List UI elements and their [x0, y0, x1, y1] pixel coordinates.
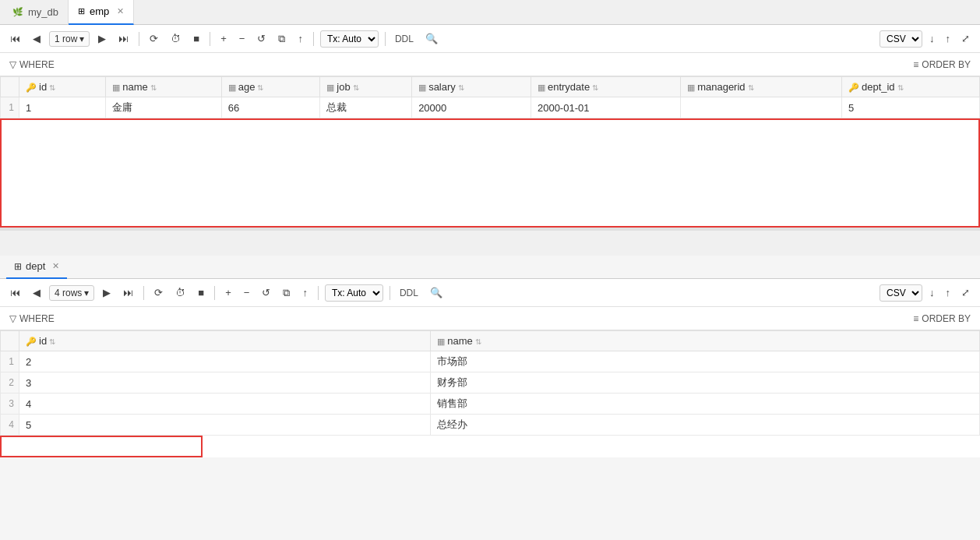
emp-cell-job[interactable]: 总裁 [320, 97, 412, 118]
nav-first-btn[interactable]: ⏮ [6, 30, 24, 47]
dept-table-row[interactable]: 2 3 财务部 [1, 372, 980, 394]
emp-cell-salary[interactable]: 20000 [412, 97, 531, 118]
emp-cell-id[interactable]: 1 [19, 97, 106, 118]
tx-select[interactable]: Tx: Auto [320, 30, 379, 48]
tab-emp[interactable]: ⊞ emp ✕ [69, 0, 134, 25]
stop-btn[interactable]: ■ [189, 30, 203, 47]
emp-row-num: 1 [1, 97, 19, 118]
dept-cell-id[interactable]: 4 [19, 394, 431, 415]
dept-order-icon: ≡ [913, 313, 918, 324]
dept-stop-btn[interactable]: ■ [194, 284, 208, 301]
nav-last-btn[interactable]: ⏭ [115, 30, 132, 47]
dept-nav-last-btn[interactable]: ⏭ [119, 284, 137, 301]
expand-btn[interactable]: ⤢ [957, 30, 974, 47]
dept-tab-close[interactable]: ✕ [52, 261, 59, 271]
nav-next-btn[interactable]: ▶ [94, 30, 110, 47]
emp-col-entrydate[interactable]: ▦entrydate⇅ [531, 77, 680, 97]
dept-table-row[interactable]: 4 5 总经办 [1, 415, 980, 436]
emp-col-age[interactable]: ▦age⇅ [221, 77, 320, 97]
dept-ddl-btn[interactable]: DDL [397, 286, 421, 300]
divider-area [0, 231, 980, 256]
dept-upload-btn[interactable]: ↑ [298, 284, 312, 301]
dept-copy-btn[interactable]: ⧉ [279, 284, 294, 302]
emp-cell-entrydate[interactable]: 2000-01-01 [531, 97, 680, 118]
emp-col-dept-id[interactable]: 🔑dept_id⇅ [841, 77, 979, 97]
dept-table: 🔑id⇅ ▦name⇅ 1 2 市场部 2 3 财务部 3 4 销售部 4 5 [0, 330, 980, 436]
dept-nav-first-btn[interactable]: ⏮ [6, 284, 24, 301]
emp-cell-age[interactable]: 66 [221, 97, 320, 118]
emp-where-section[interactable]: ▽ WHERE [9, 59, 55, 70]
undo-btn[interactable]: ↺ [253, 30, 270, 47]
emp-col-job[interactable]: ▦job⇅ [320, 77, 412, 97]
dept-col-id[interactable]: 🔑id⇅ [19, 331, 431, 351]
dept-empty-selection-area [0, 436, 203, 457]
dept-cell-name[interactable]: 市场部 [431, 351, 980, 372]
emp-table-icon: ⊞ [78, 6, 85, 16]
dept-remove-row-btn[interactable]: − [240, 284, 254, 301]
download-btn[interactable]: ↓ [925, 30, 939, 47]
export-btn[interactable]: ↑ [942, 30, 955, 47]
dept-toolbar-right: CSV ↓ ↑ ⤢ [880, 284, 974, 302]
dept-tx-select[interactable]: Tx: Auto [325, 284, 383, 302]
nav-prev-btn[interactable]: ◀ [29, 30, 44, 47]
dept-cell-name[interactable]: 财务部 [431, 372, 980, 394]
copy-btn[interactable]: ⧉ [274, 30, 289, 48]
dept-history-btn[interactable]: ⏱ [171, 284, 189, 301]
emp-order-section[interactable]: ≡ ORDER BY [913, 59, 971, 70]
dept-row-num: 2 [1, 372, 19, 394]
dept-table-row[interactable]: 1 2 市场部 [1, 351, 980, 372]
dept-search-btn[interactable]: 🔍 [426, 284, 446, 301]
dept-csv-select[interactable]: CSV [880, 284, 922, 302]
dept-sep3 [318, 286, 319, 300]
dept-refresh-btn[interactable]: ⟳ [150, 284, 167, 301]
history-btn[interactable]: ⏱ [167, 30, 185, 47]
emp-cell-dept-id[interactable]: 5 [841, 97, 979, 118]
dept-nav-prev-btn[interactable]: ◀ [29, 284, 44, 301]
emp-table-row[interactable]: 1 1 金庸 66 总裁 20000 2000-01-01 5 [1, 97, 980, 118]
emp-where-icon: ▽ [9, 59, 16, 70]
dept-add-row-btn[interactable]: + [221, 284, 235, 301]
ddl-btn[interactable]: DDL [392, 32, 417, 46]
rows-count[interactable]: 1 row ▾ [49, 31, 90, 47]
dept-table-row[interactable]: 3 4 销售部 [1, 394, 980, 415]
dept-export-btn[interactable]: ↑ [942, 284, 955, 301]
emp-col-managerid[interactable]: ▦managerid⇅ [681, 77, 842, 97]
sep2 [210, 32, 210, 46]
tab-my-db[interactable]: 🌿 my_db [3, 0, 69, 25]
dept-cell-id[interactable]: 3 [19, 372, 431, 394]
emp-cell-name[interactable]: 金庸 [106, 97, 221, 118]
dept-download-btn[interactable]: ↓ [925, 284, 939, 301]
emp-header-row: 🔑id⇅ ▦name⇅ ▦age⇅ ▦job⇅ ▦salary⇅ [1, 77, 980, 97]
dept-cell-id[interactable]: 2 [19, 351, 431, 372]
csv-select[interactable]: CSV [880, 30, 922, 48]
dept-order-section[interactable]: ≡ ORDER BY [913, 313, 971, 324]
dept-col-name[interactable]: ▦name⇅ [431, 331, 980, 351]
emp-table-wrapper[interactable]: 🔑id⇅ ▦name⇅ ▦age⇅ ▦job⇅ ▦salary⇅ [0, 76, 980, 118]
dept-rows-count[interactable]: 4 rows ▾ [49, 285, 94, 301]
dept-toolbar: ⏮ ◀ 4 rows ▾ ▶ ⏭ ⟳ ⏱ ■ + − ↺ ⧉ ↑ Tx: Aut… [0, 279, 980, 307]
emp-cell-managerid[interactable] [681, 97, 842, 118]
emp-col-name[interactable]: ▦name⇅ [106, 77, 221, 97]
dept-expand-btn[interactable]: ⤢ [957, 284, 974, 301]
dept-table-panel: 🔑id⇅ ▦name⇅ 1 2 市场部 2 3 财务部 3 4 销售部 4 5 [0, 330, 980, 457]
dept-row-num: 3 [1, 394, 19, 415]
dept-table-wrapper[interactable]: 🔑id⇅ ▦name⇅ 1 2 市场部 2 3 财务部 3 4 销售部 4 5 [0, 330, 980, 436]
dept-where-section[interactable]: ▽ WHERE [9, 313, 55, 324]
emp-table: 🔑id⇅ ▦name⇅ ▦age⇅ ▦job⇅ ▦salary⇅ [0, 76, 980, 118]
emp-col-id[interactable]: 🔑id⇅ [19, 77, 106, 97]
dept-undo-btn[interactable]: ↺ [258, 284, 274, 301]
upload-btn[interactable]: ↑ [294, 30, 307, 47]
dept-nav-next-btn[interactable]: ▶ [99, 284, 115, 301]
dept-tab[interactable]: ⊞ dept ✕ [6, 256, 67, 279]
search-btn[interactable]: 🔍 [421, 30, 442, 47]
refresh-btn[interactable]: ⟳ [146, 30, 162, 47]
remove-row-btn[interactable]: − [235, 30, 249, 47]
emp-row-num-header [1, 77, 19, 97]
emp-tab-close[interactable]: ✕ [117, 6, 124, 16]
add-row-btn[interactable]: + [217, 30, 231, 47]
dept-cell-name[interactable]: 总经办 [431, 415, 980, 436]
dept-sep2 [214, 286, 215, 300]
emp-col-salary[interactable]: ▦salary⇅ [412, 77, 531, 97]
dept-cell-name[interactable]: 销售部 [431, 394, 980, 415]
dept-cell-id[interactable]: 5 [19, 415, 431, 436]
